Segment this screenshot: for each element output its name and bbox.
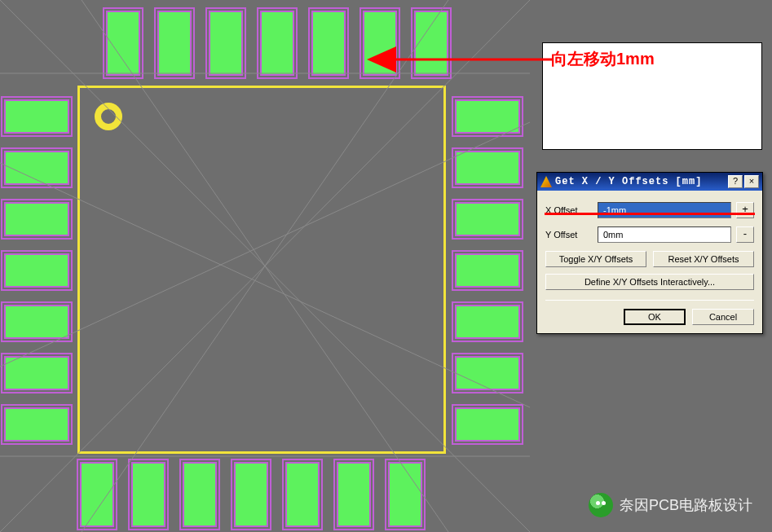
annotation-box: 向左移动1mm <box>542 42 762 150</box>
highlight-underline <box>545 213 755 215</box>
pad-top[interactable] <box>363 11 397 76</box>
pad-right[interactable] <box>455 202 520 236</box>
pad-bottom[interactable] <box>80 462 114 527</box>
pad-top[interactable] <box>414 11 448 76</box>
pad-top[interactable] <box>311 11 346 76</box>
x-offset-input[interactable] <box>598 202 731 218</box>
pad-right[interactable] <box>455 253 520 288</box>
pad-top[interactable] <box>209 11 243 76</box>
chip-outline <box>77 86 446 454</box>
pad-left[interactable] <box>4 407 69 442</box>
pad-right[interactable] <box>455 356 520 390</box>
help-button[interactable]: ? <box>728 175 743 188</box>
wechat-icon <box>589 493 613 517</box>
offsets-dialog: Get X / Y Offsets [mm] ? × X Offset + Y … <box>536 172 763 334</box>
pad-left[interactable] <box>4 356 69 390</box>
pad-left[interactable] <box>4 151 69 185</box>
pin1-marker-icon <box>95 103 122 130</box>
y-offset-label: Y Offset <box>545 230 593 240</box>
watermark: 奈因PCB电路板设计 <box>589 493 752 517</box>
cancel-button[interactable]: Cancel <box>692 309 754 325</box>
pad-bottom[interactable] <box>285 462 320 527</box>
y-sign-toggle-button[interactable]: - <box>736 226 754 243</box>
pad-bottom[interactable] <box>234 462 268 527</box>
pad-top[interactable] <box>106 11 140 76</box>
pad-top[interactable] <box>157 11 192 76</box>
reset-offsets-button[interactable]: Reset X/Y Offsets <box>653 251 754 267</box>
pad-bottom[interactable] <box>131 462 165 527</box>
pad-left[interactable] <box>4 202 69 236</box>
pad-right[interactable] <box>455 99 520 134</box>
annotation-text: 向左移动1mm <box>551 50 655 68</box>
pad-right[interactable] <box>455 407 520 442</box>
pad-right[interactable] <box>455 305 520 339</box>
toggle-offsets-button[interactable]: Toggle X/Y Offsets <box>545 251 646 267</box>
pad-bottom[interactable] <box>183 462 217 527</box>
pad-left[interactable] <box>4 253 69 288</box>
pad-bottom[interactable] <box>337 462 371 527</box>
ok-button[interactable]: OK <box>624 309 686 325</box>
dialog-titlebar[interactable]: Get X / Y Offsets [mm] ? × <box>537 173 762 191</box>
pad-top[interactable] <box>260 11 294 76</box>
pad-bottom[interactable] <box>388 462 422 527</box>
app-icon <box>540 176 552 187</box>
y-offset-input[interactable] <box>598 226 731 243</box>
pad-left[interactable] <box>4 99 69 134</box>
watermark-text: 奈因PCB电路板设计 <box>620 495 752 515</box>
pad-right[interactable] <box>455 151 520 185</box>
pcb-canvas[interactable] <box>0 0 530 532</box>
close-button[interactable]: × <box>744 175 759 188</box>
pad-left[interactable] <box>4 305 69 339</box>
separator <box>545 300 754 301</box>
x-sign-toggle-button[interactable]: + <box>736 202 754 218</box>
define-interactively-button[interactable]: Define X/Y Offsets Interactively... <box>545 274 754 290</box>
dialog-title-text: Get X / Y Offsets [mm] <box>555 176 728 187</box>
